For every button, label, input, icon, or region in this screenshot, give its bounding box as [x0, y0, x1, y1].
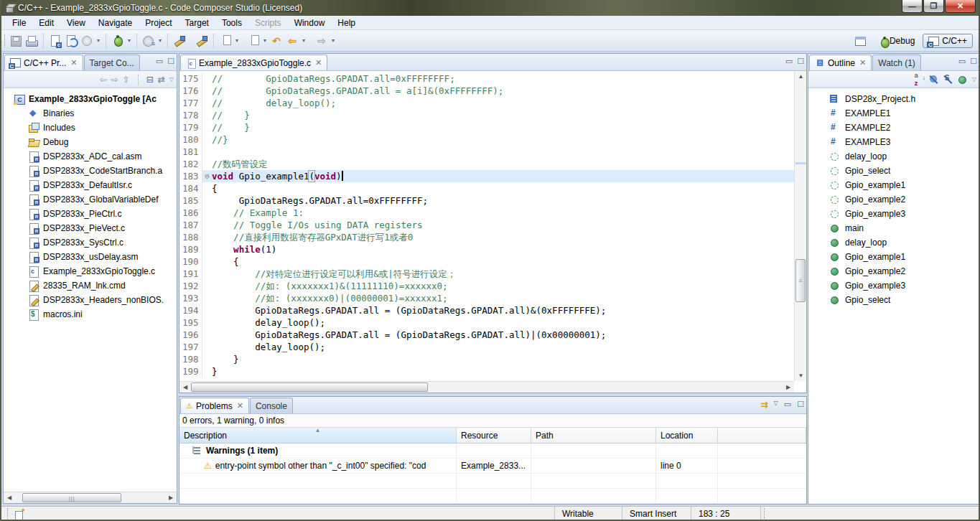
minimize-editor-icon[interactable]: ▭	[785, 57, 793, 66]
minimize-view-icon[interactable]: ▭	[784, 400, 791, 410]
outline-item[interactable]: Gpio_example3	[808, 278, 979, 293]
close-icon[interactable]: ✕	[315, 58, 322, 67]
column-header-description[interactable]: ▲Description	[179, 428, 457, 443]
tree-item[interactable]: Includes	[4, 121, 177, 135]
print-icon[interactable]	[24, 34, 39, 48]
editor-hscrollbar[interactable]: ◀ ▶	[179, 381, 794, 393]
code-line-192[interactable]: 192 //如: (xxxxxxx1)&(11111110)=xxxxxx0;	[179, 280, 794, 292]
close-button[interactable]: ✕	[945, 0, 976, 13]
menu-target[interactable]: Target	[179, 17, 215, 29]
code-line-184[interactable]: 184{	[179, 182, 794, 194]
hscroll-thumb[interactable]: |||	[22, 493, 121, 502]
restore-button[interactable]: ❐	[923, 0, 944, 13]
menu-edit[interactable]: Edit	[32, 17, 60, 29]
outline-item[interactable]: Gpio_example1	[808, 178, 979, 192]
tab-console[interactable]: Console	[250, 398, 293, 413]
maximize-view-icon[interactable]: ☐	[970, 57, 977, 66]
tab-target-configurations[interactable]: Target Co...	[84, 55, 140, 70]
column-header-path[interactable]: Path	[531, 428, 656, 443]
close-icon[interactable]: ✕	[70, 58, 77, 67]
sort-icon[interactable]: ↓	[915, 75, 925, 85]
problems-group-row[interactable]: Warnings (1 item)	[179, 443, 806, 459]
back-nav-icon[interactable]: ⇦	[100, 75, 107, 85]
minimize-view-icon[interactable]: ▭	[156, 57, 163, 66]
last-edit-location-icon[interactable]: ↶	[269, 34, 284, 48]
code-line-198[interactable]: 198 }	[179, 353, 794, 365]
history-icon[interactable]	[80, 34, 94, 48]
code-line-185[interactable]: 185 GpioDataRegs.GPADAT.all=0xFFFFFFFF;	[179, 194, 794, 207]
code-line-178[interactable]: 178// }	[179, 109, 794, 121]
hide-fields-icon[interactable]	[929, 75, 939, 85]
column-header-resource[interactable]: Resource	[457, 428, 531, 443]
close-icon[interactable]: ✕	[237, 401, 243, 410]
minimize-button[interactable]: —	[902, 0, 923, 13]
code-line-187[interactable]: 187 // Toggle I/Os using DATA registers	[179, 219, 794, 231]
code-line-189[interactable]: 189 while(1)	[179, 243, 794, 255]
outline-item[interactable]: Gpio_select	[808, 293, 979, 307]
outline-item[interactable]: Gpio_example3	[808, 207, 979, 221]
debug-dropdown-icon[interactable]: ▾	[126, 37, 133, 44]
outline-item[interactable]: delay_loop	[808, 235, 979, 250]
code-line-197[interactable]: 197 delay_loop();	[179, 341, 794, 353]
tree-item[interactable]: 28335_RAM_lnk.cmd	[4, 278, 177, 293]
project-tree-hscrollbar[interactable]: ◀ ||| ▶	[4, 492, 177, 503]
minimize-view-icon[interactable]: ▭	[958, 57, 966, 66]
rebuild-icon[interactable]	[195, 34, 209, 48]
back-dropdown-icon[interactable]: ▾	[300, 37, 307, 44]
outline-item[interactable]: EXAMPLE2	[808, 121, 979, 135]
outline-item[interactable]: EXAMPLE3	[808, 135, 979, 149]
code-editor[interactable]: 175// GpioDataRegs.GPADAT.all=0xFFFFFFFF…	[179, 71, 806, 381]
tab-cpp-projects[interactable]: C/C++ Pr... ✕	[4, 55, 83, 70]
view-menu-icon[interactable]: ▽	[972, 76, 976, 83]
tree-item[interactable]: DSP2833x_CodeStartBranch.a	[4, 164, 177, 178]
tab-editor-file[interactable]: Example_2833xGpioToggle.c ✕	[180, 55, 327, 70]
tree-item[interactable]: Debug	[4, 135, 177, 149]
hide-non-public-icon[interactable]	[958, 75, 968, 85]
code-line-193[interactable]: 193 //如: (xxxxxxx0)|(00000001)=xxxxxx1;	[179, 292, 794, 304]
code-line-179[interactable]: 179// }	[179, 121, 794, 133]
code-line-191[interactable]: 191 //对特定位进行设定可以利用&或|符号进行设定；	[179, 268, 794, 280]
tab-outline[interactable]: Outline ✕	[809, 55, 872, 70]
outline-item[interactable]: DSP28x_Project.h	[808, 92, 979, 106]
next-annotation-dropdown-icon[interactable]: ▾	[233, 37, 241, 44]
column-header-location[interactable]: Location	[656, 428, 718, 443]
scroll-right-icon[interactable]: ▶	[784, 383, 793, 392]
forward-dropdown-icon[interactable]: ▾	[330, 37, 337, 44]
menu-file[interactable]: File	[6, 17, 32, 29]
menu-project[interactable]: Project	[139, 17, 178, 29]
maximize-view-icon[interactable]: ☐	[797, 400, 804, 410]
scroll-up-icon[interactable]: ▲	[796, 72, 806, 81]
view-menu-icon[interactable]: ▽	[169, 76, 174, 83]
code-line-194[interactable]: 194 GpioDataRegs.GPADAT.all = (GpioDataR…	[179, 304, 794, 316]
new-dropdown-icon[interactable]: ▾	[95, 37, 102, 44]
outline-item[interactable]: Gpio_select	[808, 164, 979, 178]
build-icon[interactable]	[172, 34, 187, 48]
outline-item[interactable]: Gpio_example2	[808, 264, 979, 278]
code-line-190[interactable]: 190 {	[179, 255, 794, 268]
tree-item[interactable]: DSP2833x_SysCtrl.c	[4, 235, 177, 250]
previous-annotation-icon[interactable]: ↑	[246, 34, 261, 48]
tree-item[interactable]: DSP2833x_GlobalVariableDef	[4, 192, 177, 207]
editor-vscrollbar[interactable]: ▲ ≡ ▼	[794, 71, 806, 381]
menu-scripts[interactable]: Scripts	[248, 17, 288, 29]
menu-help[interactable]: Help	[331, 17, 362, 29]
tree-item[interactable]: macros.ini	[4, 307, 177, 321]
view-menu-icon[interactable]: ▽	[774, 400, 778, 410]
code-line-195[interactable]: 195 delay_loop();	[179, 316, 794, 329]
tree-item[interactable]: DSP2833x_ADC_cal.asm	[4, 149, 177, 164]
tree-item[interactable]: DSP2833x_DefaultIsr.c	[4, 178, 177, 192]
fast-view-icon[interactable]	[14, 509, 26, 520]
tab-problems[interactable]: ⚠ Problems ✕	[180, 398, 249, 413]
tree-item[interactable]: Binaries	[4, 106, 177, 121]
tree-item[interactable]: DSP2833x_usDelay.asm	[4, 250, 177, 264]
previous-annotation-dropdown-icon[interactable]: ▾	[261, 37, 269, 44]
outline-item[interactable]: Gpio_example1	[808, 250, 979, 264]
outline-item[interactable]: delay_loop	[808, 149, 979, 164]
scroll-left-icon[interactable]: ◀	[5, 494, 14, 502]
menu-navigate[interactable]: Navigate	[92, 17, 139, 29]
code-line-177[interactable]: 177// delay_loop();	[179, 97, 794, 109]
scroll-down-icon[interactable]: ▼	[796, 371, 806, 380]
outline-item[interactable]: EXAMPLE1	[808, 106, 979, 121]
tree-item[interactable]: DSP2833x_PieVect.c	[4, 221, 177, 235]
outline-item[interactable]: Gpio_example2	[808, 192, 979, 207]
